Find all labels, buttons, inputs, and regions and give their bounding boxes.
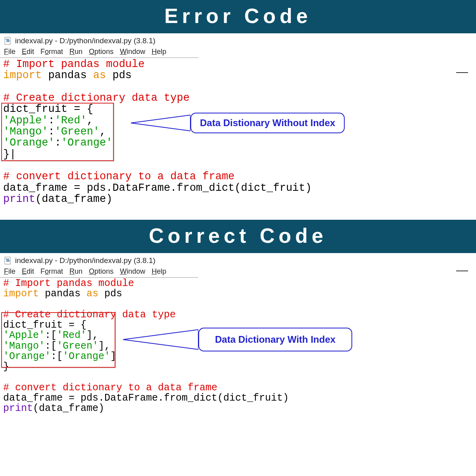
menu-bar: File Edit Format Run Options Window Help (0, 46, 198, 58)
menu-options[interactable]: Options (89, 267, 113, 276)
code-builtin: print (3, 403, 33, 414)
menu-file[interactable]: File (4, 267, 15, 276)
highlight-box-correct (1, 312, 115, 368)
code-comment: # Create dictionary data type (3, 92, 190, 104)
code-text: pandas (39, 288, 86, 299)
svg-point-1 (6, 38, 7, 39)
code-keyword: import (3, 69, 42, 81)
code-comment: # convert dictionary to a data frame (3, 382, 217, 393)
menu-options[interactable]: Options (89, 48, 113, 56)
menu-window[interactable]: Window (120, 267, 145, 276)
menu-edit[interactable]: Edit (22, 48, 34, 56)
window-title: indexval.py - D:/python/indexval.py (3.8… (15, 36, 155, 45)
svg-rect-3 (5, 257, 10, 264)
code-text: pds (98, 288, 122, 299)
code-comment: # convert dictionary to a data frame (3, 171, 234, 182)
code-builtin: print (3, 193, 35, 205)
window-title: indexval.py - D:/python/indexval.py (3.8… (15, 256, 155, 265)
menu-help[interactable]: Help (152, 267, 166, 276)
code-keyword: as (86, 288, 98, 299)
code-text: (data_frame) (33, 403, 104, 414)
code-keyword: import (3, 288, 39, 299)
svg-marker-5 (123, 330, 198, 349)
menu-file[interactable]: File (4, 48, 15, 56)
python-file-icon (4, 37, 12, 45)
svg-rect-0 (5, 37, 10, 44)
callout-arrow-icon (123, 328, 198, 351)
banner-error: Error Code (0, 0, 476, 33)
title-bar: indexval.py - D:/python/indexval.py (3.8… (0, 33, 476, 46)
code-comment: # Import pandas module (3, 58, 144, 70)
menu-format[interactable]: Format (40, 48, 63, 56)
menu-edit[interactable]: Edit (22, 267, 34, 276)
minimize-icon: — (456, 263, 468, 277)
python-file-icon (4, 257, 12, 265)
code-text: pandas (42, 69, 93, 81)
menu-format[interactable]: Format (40, 267, 63, 276)
callout-label: Data Distionary Without Index (190, 113, 345, 133)
code-text: (data_frame) (35, 193, 112, 205)
callout-without-index: Data Distionary Without Index (131, 113, 345, 133)
menu-window[interactable]: Window (120, 48, 145, 56)
menu-bar: File Edit Format Run Options Window Help (0, 266, 198, 278)
code-text: data_frame = pds.DataFrame.from_dict(dic… (3, 392, 289, 404)
highlight-box-error (1, 103, 114, 161)
section-error: — indexval.py - D:/python/indexval.py (3… (0, 33, 476, 220)
code-comment: # Import pandas module (3, 278, 134, 289)
section-correct: — indexval.py - D:/python/indexval.py (3… (0, 253, 476, 440)
title-bar: indexval.py - D:/python/indexval.py (3.8… (0, 253, 476, 266)
svg-point-4 (6, 258, 7, 259)
menu-run[interactable]: Run (69, 48, 83, 56)
menu-help[interactable]: Help (152, 48, 166, 56)
callout-with-index: Data Dictionary With Index (123, 328, 352, 351)
callout-label: Data Dictionary With Index (198, 328, 352, 351)
menu-run[interactable]: Run (69, 267, 83, 276)
code-keyword: as (93, 69, 106, 81)
banner-correct: Correct Code (0, 220, 476, 253)
code-text: data_frame = pds.DataFrame.from_dict(dic… (3, 182, 312, 194)
callout-arrow-icon (131, 113, 190, 133)
svg-marker-2 (131, 115, 190, 131)
code-text: pds (106, 69, 132, 81)
